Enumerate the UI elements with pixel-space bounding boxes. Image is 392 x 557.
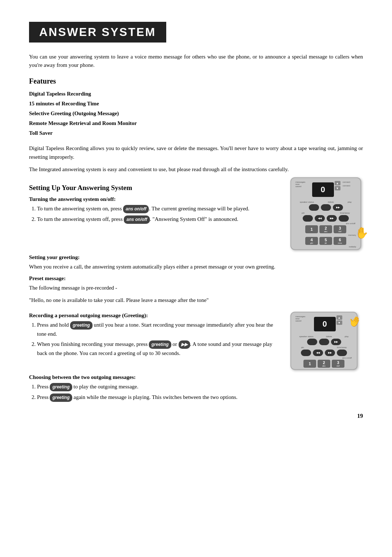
choosing-step-2: Press greeting again while the message i…: [37, 393, 363, 402]
phone-image-1: messages new saved 0 ▲ ▼: [290, 177, 363, 250]
phone-device-1: messages new saved 0 ▲ ▼: [290, 177, 361, 250]
recording-greeting-text-col: Recording a personal outgoing message (G…: [29, 308, 283, 360]
hand-icon-1: 🤚: [355, 226, 368, 239]
ans-on-off-badge-2: ans on/off: [124, 215, 150, 224]
speaker-btn-1[interactable]: [309, 204, 319, 211]
play-forward-badge: ▶▶: [179, 340, 190, 349]
phone-btn-row-3: ▶▶: [307, 339, 341, 345]
numpad-4[interactable]: 4ghi: [305, 237, 318, 245]
rewind-btn-1[interactable]: ◀◀: [315, 215, 325, 222]
pin-btn-1[interactable]: [303, 215, 313, 222]
feature-item-5: Toll Saver: [29, 128, 363, 138]
phone-screen-digit-1: 0: [320, 185, 325, 194]
setting-greeting-title: Setting your greeting:: [29, 254, 363, 261]
down-arrow-btn-1[interactable]: ▼: [335, 186, 340, 190]
phone-btn-row-2: ◀◀ ▶▶: [303, 215, 349, 222]
phone-image-2: messages new saved 0 ▲ ▼: [290, 308, 363, 370]
up-arrow-btn-2[interactable]: ▲: [336, 315, 342, 320]
numpad-s2[interactable]: 2abc: [318, 360, 330, 368]
play-btn-2[interactable]: ▶▶: [331, 339, 341, 345]
numpad-row-2: 4ghi 5jkl 6mno: [305, 237, 346, 245]
ff-btn-1[interactable]: ▶▶: [327, 215, 337, 222]
down-arrow-btn-2[interactable]: ▼: [336, 320, 342, 325]
feature-item-3: Selective Greeting (Outgoing Message): [29, 109, 363, 118]
ff-btn-2[interactable]: ▶▶: [325, 350, 335, 356]
greeting-badge-1: greeting: [70, 321, 92, 330]
greeting-badge-2: greeting: [149, 340, 171, 349]
pin-btn-2[interactable]: [301, 350, 311, 356]
preset-message-body: The following message is pre-recorded -: [29, 283, 363, 292]
choosing-messages-title: Choosing between the two outgoing messag…: [29, 374, 363, 380]
phone-btn-row-4: ◀◀ ▶▶: [301, 350, 347, 356]
rewind-btn-2[interactable]: ◀◀: [313, 350, 323, 356]
numpad-1[interactable]: 1: [305, 225, 318, 233]
greeting-badge-3: greeting: [50, 383, 72, 391]
feature-item-1: Digital Tapeless Recording: [29, 89, 363, 99]
phone-btn-row-1: ▶▶: [309, 204, 343, 211]
turning-step-1: To turn the answering system on, press a…: [37, 204, 283, 213]
greeting-badge-4: greeting: [50, 393, 72, 402]
up-arrow-btn-1[interactable]: ▲: [335, 181, 340, 185]
setting-up-text-col: Setting Up Your Answering System Turning…: [29, 177, 283, 227]
label-row-3: speaker status delete play: [294, 335, 354, 338]
header-banner: ANSWER SYSTEM: [29, 22, 166, 43]
page-content: ANSWER SYSTEM You can use your answering…: [0, 0, 392, 434]
setting-up-title: Setting Up Your Answering System: [29, 184, 283, 192]
label-row-2: pin time/away: [294, 212, 358, 214]
features-body-p2: The Integrated answering system is easy …: [29, 165, 363, 174]
label-row-1: speaker status delete play: [294, 201, 358, 203]
intro-paragraph: You can use your answering system to lea…: [29, 53, 363, 69]
numpad-row-3: 1 2abc 3def: [303, 360, 344, 368]
preset-message-quote: "Hello, no one is available to take your…: [29, 296, 363, 304]
numpad-row-1: 1 2abc 3def: [305, 225, 346, 233]
setting-up-two-col: Setting Up Your Answering System Turning…: [29, 177, 363, 250]
features-list: Digital Tapeless Recording 15 minutes of…: [29, 89, 363, 138]
play-btn-1[interactable]: ▶▶: [333, 204, 343, 211]
phone-top-2: messages new saved 0 ▲ ▼: [294, 315, 354, 334]
turning-on-off-steps: To turn the answering system on, press a…: [37, 204, 283, 224]
numpad-s3[interactable]: 3def: [332, 360, 344, 368]
numpad-5[interactable]: 5jkl: [319, 237, 332, 245]
features-title: Features: [29, 77, 363, 85]
page-number: 19: [357, 413, 363, 419]
preset-message-title: Preset message:: [29, 275, 363, 282]
recording-greeting-steps: Press and hold greeting until you hear a…: [37, 320, 283, 358]
ans-on-off-badge-1: ans on/off: [123, 205, 149, 213]
choosing-step-1: Press greeting to play the outgoing mess…: [37, 382, 363, 391]
label-row-4: pin time/away: [294, 346, 354, 348]
recording-step-1: Press and hold greeting until you hear a…: [37, 320, 283, 338]
phone-screen-2: 0: [314, 317, 336, 331]
phone-screen-digit-2: 0: [322, 319, 327, 329]
speaker-btn-2[interactable]: [307, 339, 317, 345]
feature-item-4: Remote Message Retrieval and Room Monito…: [29, 118, 363, 128]
numpad-3[interactable]: 3def: [334, 225, 346, 233]
phone-top-1: messages new saved 0 ▲ ▼: [294, 181, 358, 199]
recording-greeting-two-col: Recording a personal outgoing message (G…: [29, 308, 363, 370]
numpad-6[interactable]: 6mno: [334, 237, 346, 245]
numpad-2[interactable]: 2abc: [319, 225, 332, 233]
feature-item-2: 15 minutes of Recording Time: [29, 99, 363, 109]
setting-up-section: Setting Up Your Answering System Turning…: [29, 177, 363, 402]
turning-on-off-title: Turning the answering system on/off:: [29, 196, 283, 202]
setting-greeting-body: When you receive a call, the answering s…: [29, 262, 363, 271]
phone-screen-1: 0: [312, 182, 334, 197]
choosing-messages-steps: Press greeting to play the outgoing mess…: [37, 382, 363, 402]
turning-step-2: To turn the answering system off, press …: [37, 215, 283, 224]
recording-greeting-title: Recording a personal outgoing message (G…: [29, 312, 283, 319]
delete-btn-2[interactable]: [319, 339, 329, 345]
page-title: ANSWER SYSTEM: [39, 25, 156, 39]
features-section: Features Digital Tapeless Recording 15 m…: [29, 77, 363, 174]
features-body-p1: Digital Tapeless Recording allows you to…: [29, 144, 363, 161]
recording-step-2: When you finishing recording your messag…: [37, 340, 283, 358]
away-btn-2[interactable]: [337, 350, 347, 356]
numpad-s1[interactable]: 1: [303, 360, 316, 368]
away-btn-1[interactable]: [339, 215, 349, 222]
delete-btn-1[interactable]: [321, 204, 331, 211]
